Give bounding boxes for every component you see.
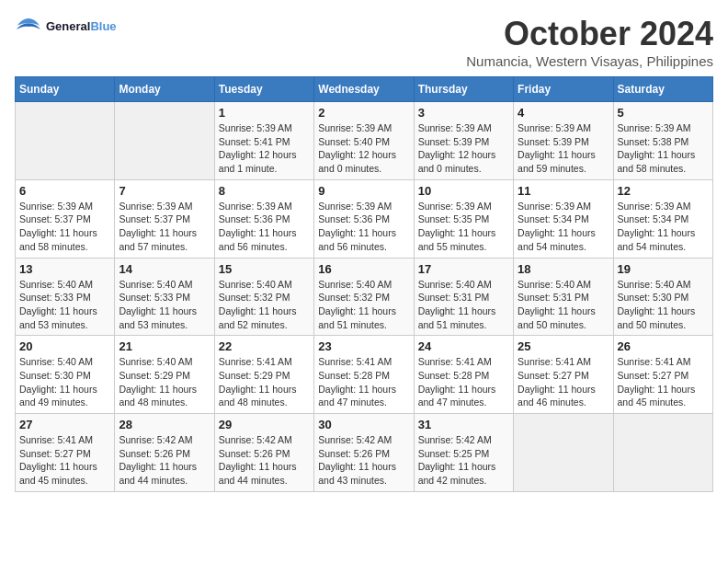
calendar-cell: 20Sunrise: 5:40 AMSunset: 5:30 PMDayligh…: [16, 336, 115, 414]
cell-day-number: 16: [318, 262, 409, 276]
calendar-cell: 24Sunrise: 5:41 AMSunset: 5:28 PMDayligh…: [414, 336, 513, 414]
cell-info: Sunrise: 5:40 AMSunset: 5:33 PMDaylight:…: [119, 278, 210, 332]
cell-info: Sunrise: 5:41 AMSunset: 5:27 PMDaylight:…: [19, 433, 110, 488]
weekday-header-thursday: Thursday: [414, 77, 513, 102]
calendar-cell: 9Sunrise: 5:39 AMSunset: 5:36 PMDaylight…: [314, 179, 414, 258]
cell-info: Sunrise: 5:41 AMSunset: 5:27 PMDaylight:…: [518, 355, 609, 409]
cell-day-number: 15: [219, 262, 310, 276]
logo-text: GeneralBlue: [46, 19, 117, 33]
cell-info: Sunrise: 5:39 AMSunset: 5:39 PMDaylight:…: [518, 121, 609, 176]
calendar-cell: 27Sunrise: 5:41 AMSunset: 5:27 PMDayligh…: [16, 414, 115, 492]
cell-info: Sunrise: 5:41 AMSunset: 5:28 PMDaylight:…: [418, 355, 509, 409]
location-subtitle: Numancia, Western Visayas, Philippines: [466, 53, 713, 69]
calendar-cell: 7Sunrise: 5:39 AMSunset: 5:37 PMDaylight…: [115, 179, 214, 258]
calendar-cell: 22Sunrise: 5:41 AMSunset: 5:29 PMDayligh…: [214, 336, 313, 414]
cell-day-number: 4: [518, 106, 609, 120]
cell-info: Sunrise: 5:39 AMSunset: 5:38 PMDaylight:…: [618, 121, 709, 176]
calendar-cell: [514, 414, 613, 492]
cell-day-number: 24: [418, 339, 509, 353]
cell-day-number: 7: [119, 184, 210, 198]
cell-info: Sunrise: 5:39 AMSunset: 5:36 PMDaylight:…: [219, 200, 310, 254]
page-header: GeneralBlue October 2024 Numancia, Weste…: [15, 15, 713, 69]
calendar-cell: 19Sunrise: 5:40 AMSunset: 5:30 PMDayligh…: [613, 258, 712, 336]
cell-day-number: 27: [19, 418, 110, 431]
cell-info: Sunrise: 5:39 AMSunset: 5:35 PMDaylight:…: [418, 200, 509, 254]
calendar-cell: 26Sunrise: 5:41 AMSunset: 5:27 PMDayligh…: [613, 336, 712, 414]
cell-day-number: 28: [119, 418, 210, 431]
cell-info: Sunrise: 5:39 AMSunset: 5:34 PMDaylight:…: [518, 200, 609, 254]
cell-info: Sunrise: 5:40 AMSunset: 5:30 PMDaylight:…: [618, 278, 709, 332]
cell-day-number: 9: [318, 184, 409, 198]
week-row-3: 13Sunrise: 5:40 AMSunset: 5:33 PMDayligh…: [16, 258, 713, 336]
calendar-cell: [115, 102, 214, 180]
cell-info: Sunrise: 5:41 AMSunset: 5:27 PMDaylight:…: [618, 355, 709, 409]
calendar-cell: 28Sunrise: 5:42 AMSunset: 5:26 PMDayligh…: [115, 414, 214, 492]
cell-info: Sunrise: 5:42 AMSunset: 5:25 PMDaylight:…: [418, 433, 509, 488]
weekday-header-friday: Friday: [514, 77, 613, 102]
cell-info: Sunrise: 5:40 AMSunset: 5:29 PMDaylight:…: [119, 355, 210, 409]
calendar-cell: 2Sunrise: 5:39 AMSunset: 5:40 PMDaylight…: [314, 102, 414, 180]
logo: GeneralBlue: [15, 15, 117, 37]
cell-day-number: 5: [618, 106, 709, 120]
cell-day-number: 12: [618, 184, 709, 198]
calendar-cell: 30Sunrise: 5:42 AMSunset: 5:26 PMDayligh…: [314, 414, 414, 492]
title-block: October 2024 Numancia, Western Visayas, …: [466, 15, 713, 69]
cell-day-number: 22: [219, 339, 310, 353]
cell-day-number: 21: [119, 339, 210, 353]
cell-info: Sunrise: 5:39 AMSunset: 5:36 PMDaylight:…: [318, 200, 409, 254]
cell-day-number: 31: [418, 418, 509, 431]
calendar-cell: 17Sunrise: 5:40 AMSunset: 5:31 PMDayligh…: [414, 258, 513, 336]
week-row-5: 27Sunrise: 5:41 AMSunset: 5:27 PMDayligh…: [16, 414, 713, 492]
cell-day-number: 6: [19, 184, 110, 198]
cell-day-number: 3: [418, 106, 509, 120]
calendar-cell: 23Sunrise: 5:41 AMSunset: 5:28 PMDayligh…: [314, 336, 414, 414]
calendar-cell: 5Sunrise: 5:39 AMSunset: 5:38 PMDaylight…: [613, 102, 712, 180]
cell-info: Sunrise: 5:40 AMSunset: 5:33 PMDaylight:…: [19, 278, 110, 332]
cell-info: Sunrise: 5:40 AMSunset: 5:32 PMDaylight:…: [219, 278, 310, 332]
cell-day-number: 30: [318, 418, 409, 431]
cell-info: Sunrise: 5:42 AMSunset: 5:26 PMDaylight:…: [219, 433, 310, 488]
cell-info: Sunrise: 5:39 AMSunset: 5:40 PMDaylight:…: [318, 121, 409, 176]
cell-day-number: 14: [119, 262, 210, 276]
cell-day-number: 10: [418, 184, 509, 198]
week-row-2: 6Sunrise: 5:39 AMSunset: 5:37 PMDaylight…: [16, 179, 713, 258]
calendar-cell: 25Sunrise: 5:41 AMSunset: 5:27 PMDayligh…: [514, 336, 613, 414]
calendar-cell: 4Sunrise: 5:39 AMSunset: 5:39 PMDaylight…: [514, 102, 613, 180]
cell-info: Sunrise: 5:39 AMSunset: 5:39 PMDaylight:…: [418, 121, 509, 176]
calendar-cell: 3Sunrise: 5:39 AMSunset: 5:39 PMDaylight…: [414, 102, 513, 180]
calendar-cell: 13Sunrise: 5:40 AMSunset: 5:33 PMDayligh…: [16, 258, 115, 336]
calendar-cell: 8Sunrise: 5:39 AMSunset: 5:36 PMDaylight…: [214, 179, 313, 258]
calendar-cell: 29Sunrise: 5:42 AMSunset: 5:26 PMDayligh…: [214, 414, 313, 492]
cell-info: Sunrise: 5:42 AMSunset: 5:26 PMDaylight:…: [119, 433, 210, 488]
weekday-header-wednesday: Wednesday: [314, 77, 414, 102]
calendar-cell: 1Sunrise: 5:39 AMSunset: 5:41 PMDaylight…: [214, 102, 313, 180]
calendar-cell: 11Sunrise: 5:39 AMSunset: 5:34 PMDayligh…: [514, 179, 613, 258]
cell-day-number: 11: [518, 184, 609, 198]
weekday-header-saturday: Saturday: [613, 77, 712, 102]
cell-info: Sunrise: 5:39 AMSunset: 5:37 PMDaylight:…: [19, 200, 110, 254]
calendar-cell: 16Sunrise: 5:40 AMSunset: 5:32 PMDayligh…: [314, 258, 414, 336]
calendar-cell: 21Sunrise: 5:40 AMSunset: 5:29 PMDayligh…: [115, 336, 214, 414]
cell-info: Sunrise: 5:39 AMSunset: 5:34 PMDaylight:…: [618, 200, 709, 254]
calendar-cell: 12Sunrise: 5:39 AMSunset: 5:34 PMDayligh…: [613, 179, 712, 258]
calendar-cell: 14Sunrise: 5:40 AMSunset: 5:33 PMDayligh…: [115, 258, 214, 336]
cell-day-number: 1: [219, 106, 310, 120]
weekday-header-monday: Monday: [115, 77, 214, 102]
cell-day-number: 20: [19, 339, 110, 353]
cell-info: Sunrise: 5:39 AMSunset: 5:37 PMDaylight:…: [119, 200, 210, 254]
cell-day-number: 25: [518, 339, 609, 353]
cell-info: Sunrise: 5:40 AMSunset: 5:32 PMDaylight:…: [318, 278, 409, 332]
cell-day-number: 19: [618, 262, 709, 276]
calendar-table: SundayMondayTuesdayWednesdayThursdayFrid…: [15, 76, 713, 492]
cell-info: Sunrise: 5:40 AMSunset: 5:31 PMDaylight:…: [518, 278, 609, 332]
cell-day-number: 26: [618, 339, 709, 353]
cell-info: Sunrise: 5:39 AMSunset: 5:41 PMDaylight:…: [219, 121, 310, 176]
cell-info: Sunrise: 5:41 AMSunset: 5:28 PMDaylight:…: [318, 355, 409, 409]
cell-info: Sunrise: 5:41 AMSunset: 5:29 PMDaylight:…: [219, 355, 310, 409]
calendar-cell: 6Sunrise: 5:39 AMSunset: 5:37 PMDaylight…: [16, 179, 115, 258]
weekday-header-sunday: Sunday: [16, 77, 115, 102]
calendar-cell: [16, 102, 115, 180]
calendar-cell: 18Sunrise: 5:40 AMSunset: 5:31 PMDayligh…: [514, 258, 613, 336]
cell-day-number: 8: [219, 184, 310, 198]
month-title: October 2024: [466, 15, 713, 53]
